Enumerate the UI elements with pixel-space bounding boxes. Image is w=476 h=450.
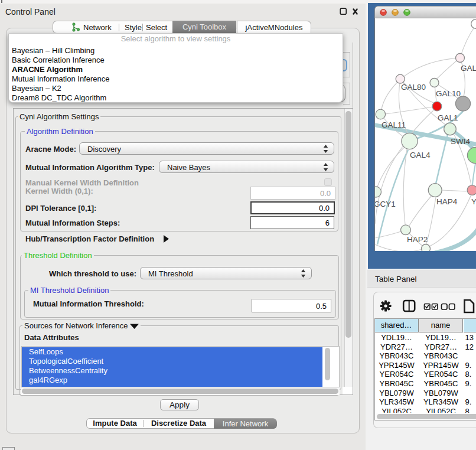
svg-text:GAL11: GAL11 xyxy=(382,120,406,129)
svg-text:GCY1: GCY1 xyxy=(375,200,396,208)
svg-text:GAL10: GAL10 xyxy=(436,89,461,98)
svg-text:GAL7: GAL7 xyxy=(461,64,476,73)
svg-text:Y: Y xyxy=(471,197,476,206)
svg-text:HAP2: HAP2 xyxy=(407,235,428,244)
svg-text:GAL4: GAL4 xyxy=(410,151,431,159)
svg-text:GAL1: GAL1 xyxy=(438,113,458,122)
svg-text:SWI4: SWI4 xyxy=(451,137,470,146)
svg-text:GAL80: GAL80 xyxy=(401,83,426,92)
svg-text:HAP4: HAP4 xyxy=(436,197,458,206)
